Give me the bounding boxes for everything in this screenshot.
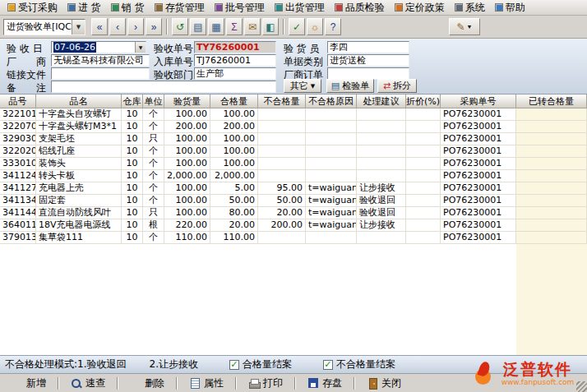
vendor-field[interactable]: 无锡圣马科技有限公司 [51, 54, 150, 67]
dept-field[interactable]: 生产部 [194, 67, 276, 80]
cell: PO76230001 [441, 170, 516, 182]
menu-item-sales[interactable]: 销 货 [107, 0, 149, 16]
menu-item-pricing[interactable]: 定价政策 [391, 0, 449, 16]
menu-item-help[interactable]: 帮助 [491, 0, 529, 16]
column-header-5[interactable]: 合格量 [210, 95, 258, 108]
table-row[interactable]: 36401118V充电器电源线10根220.0020.00200.00t=wai… [0, 219, 587, 232]
date-dropdown-button[interactable]: ▼ [135, 42, 146, 53]
bottom-properties-button[interactable]: 属性 [184, 376, 229, 391]
bottom-toolbar-separator [294, 377, 296, 390]
table-row[interactable]: 3411341固定套10个100.0050.0050.00t=waiguan验收… [0, 195, 587, 207]
table-row[interactable]: 3411241转头卡板10个2,000.002,000.00PO76230001 [0, 170, 587, 182]
fail-qty-close-checkbox[interactable]: ✓ 不合格量结案 [323, 357, 395, 371]
menu-item-incoming[interactable]: 进 货 [63, 0, 105, 16]
date-label: 验 收 日 [7, 42, 43, 56]
cell [258, 145, 306, 158]
date-field[interactable]: 07-06-26 ▼ [51, 41, 146, 53]
toolbar-refresh-button[interactable]: ↺ [172, 18, 188, 35]
table-row[interactable]: 3221010十字盘头自攻螺钉10个100.00100.00PO76230001 [0, 108, 587, 121]
column-header-0[interactable]: 品号 [0, 95, 36, 108]
table-row[interactable]: 3220201铝线孔座10个100.00100.00PO76230001 [0, 145, 587, 158]
flame-icon [474, 361, 493, 385]
bottom-delete-button[interactable]: 删除 [125, 376, 169, 391]
table-row[interactable]: 3411441直流自动防线风叶10只100.0080.0020.00t=waig… [0, 207, 587, 219]
menu-item-purchase[interactable]: 受订采购 [3, 0, 62, 16]
cell [516, 195, 587, 207]
cell [406, 145, 441, 158]
table-row[interactable]: 3290301支架毛坯10只100.00100.00PO76230001 [0, 133, 587, 145]
link-file-field[interactable] [51, 67, 150, 80]
cell: 个 [143, 195, 164, 207]
inspector-field[interactable]: 李四 [327, 41, 409, 53]
cell: 110.00 [210, 232, 258, 244]
cell [306, 158, 357, 170]
cell: 让步接收 [357, 182, 406, 195]
column-header-9[interactable]: 折价(%) [406, 95, 441, 108]
column-header-6[interactable]: 不合格量 [258, 95, 306, 108]
toolbar-detail-view-button[interactable]: ▦ [208, 18, 224, 35]
date-value: 07-06-26 [53, 42, 96, 53]
bottom-new-button[interactable]: 新增 [7, 376, 51, 391]
toolbar-next-record-button[interactable]: › [127, 18, 144, 35]
split-button[interactable]: ⇄ 拆分 [377, 79, 417, 93]
column-header-2[interactable]: 仓库 [122, 95, 143, 108]
other-button-label: 其它 [290, 80, 308, 92]
table-row[interactable]: 3790131集草袋11110个110.00110.00PO76230001 [0, 232, 587, 244]
table-row[interactable]: 3220701十字盘头螺钉M3*110个200.00200.00PO762300… [0, 121, 587, 133]
resize-grip[interactable] [576, 381, 587, 392]
pass-qty-close-checkbox[interactable]: ✓ 合格量结案 [229, 357, 292, 371]
cell: 100.00 [164, 145, 210, 158]
doc-category-field[interactable]: 进货送检 [327, 54, 409, 67]
cell [516, 207, 587, 219]
toolbar-edit-audit-button[interactable]: ✎▼ [449, 18, 480, 35]
column-header-10[interactable]: 采购单号 [441, 95, 516, 108]
toolbar-settings-button[interactable]: ☼ [307, 18, 323, 35]
column-header-4[interactable]: 验货量 [164, 95, 210, 108]
column-header-1[interactable]: 品名 [36, 95, 122, 108]
column-header-7[interactable]: 不合格原因 [306, 95, 357, 108]
list-view-icon: ▤ [193, 21, 202, 33]
toolbar-help-button[interactable]: ? [325, 18, 341, 35]
column-header-11[interactable]: 已转合格量 [516, 95, 587, 108]
toolbar-mail-button[interactable]: ✉ [244, 18, 261, 35]
bottom-query-label: 速查 [86, 376, 105, 390]
first-record-icon: « [97, 21, 103, 33]
toolbar-prev-record-button[interactable]: ‹ [109, 18, 126, 35]
doc-type-combo[interactable]: 进货验收单[IQC] ▼ [3, 19, 86, 35]
toolbar-first-record-button[interactable]: « [91, 18, 108, 35]
toolbar-approve-button[interactable]: ✓ [289, 18, 305, 35]
cell: 装饰头 [36, 158, 122, 170]
cell [357, 108, 406, 121]
chevron-down-icon: ▼ [139, 42, 143, 53]
table-row[interactable]: 3330101装饰头10个100.00100.00PO76230001 [0, 158, 587, 170]
menu-item-shipping[interactable]: 出货管理 [270, 0, 329, 16]
form-header: 验 收 日 07-06-26 ▼ 验收单号 TY76260001 验 货 员 李… [0, 39, 587, 95]
brand-url: www.fanpusoft.com [493, 378, 582, 386]
menu-item-system[interactable]: 系统 [451, 0, 489, 16]
menu-item-quality[interactable]: 品质检验 [330, 0, 389, 16]
other-button[interactable]: 其它 ▼ [284, 79, 321, 93]
menu-item-inventory[interactable]: 存货管理 [150, 0, 209, 16]
toolbar-list-view-button[interactable]: ▤ [190, 18, 206, 35]
toolbar-chart-button[interactable]: ◧ [262, 18, 279, 35]
column-header-3[interactable]: 单位 [143, 95, 164, 108]
cell [258, 170, 306, 182]
toolbar-last-record-button[interactable]: » [146, 18, 162, 35]
inspection-sheet-button[interactable]: ▤ 检验单 [326, 79, 374, 93]
table-row[interactable]: 3411272充电器上壳10个100.005.0095.00t=waiguan让… [0, 182, 587, 195]
cell [516, 145, 587, 158]
bottom-print-button[interactable]: 打印 [243, 376, 288, 391]
remark-field[interactable] [51, 81, 276, 93]
bottom-delete-label: 删除 [145, 376, 164, 390]
cell: 十字盘头自攻螺钉 [36, 108, 122, 121]
bottom-save-button[interactable]: 存盘 [303, 376, 347, 391]
toolbar-summary-button[interactable]: Σ [226, 18, 243, 35]
bottom-close-button[interactable]: 关闭 [362, 376, 406, 391]
cell: 3790131 [0, 232, 36, 244]
vendor-order-field[interactable] [327, 67, 409, 80]
menu-item-batch[interactable]: 批号管理 [210, 0, 269, 16]
column-header-8[interactable]: 处理建议 [357, 95, 406, 108]
bottom-query-button[interactable]: 速查 [66, 376, 110, 391]
inbound-no-field[interactable]: TJ76260001 [194, 54, 276, 67]
combo-dropdown-button[interactable]: ▼ [72, 20, 85, 35]
